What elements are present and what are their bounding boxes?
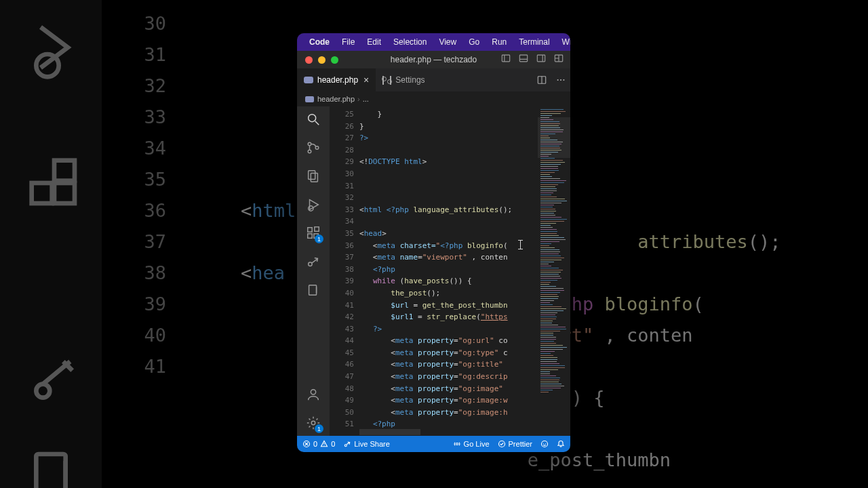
svg-point-0 (36, 54, 58, 77)
svg-point-20 (563, 79, 564, 81)
svg-rect-1 (32, 183, 52, 203)
status-problems[interactable]: 0 0 (302, 440, 335, 448)
line-number-gutter: 2526272829303132333435363738394041424344… (330, 106, 359, 436)
titlebar: header.php — techzado (297, 51, 570, 68)
status-prettier[interactable]: Prettier (498, 440, 532, 448)
window-zoom-button[interactable] (331, 56, 338, 64)
manage-gear-icon[interactable]: 1 (304, 414, 322, 432)
menu-file[interactable]: File (342, 37, 355, 47)
explorer-icon[interactable] (304, 167, 322, 185)
svg-rect-9 (519, 55, 527, 62)
menu-go[interactable]: Go (469, 37, 479, 47)
svg-point-49 (545, 443, 546, 444)
editor[interactable]: 2526272829303132333435363738394041424344… (330, 106, 570, 436)
svg-point-44 (345, 445, 347, 447)
toggle-panel-right-icon[interactable] (536, 54, 546, 66)
svg-rect-2 (54, 183, 75, 203)
settings-icon (382, 76, 391, 85)
svg-point-48 (543, 443, 544, 444)
editor-tabs: header.php × Settings (297, 68, 570, 92)
run-debug-icon[interactable] (304, 196, 322, 214)
notes-icon[interactable] (304, 281, 322, 299)
menu-view[interactable]: View (439, 37, 456, 47)
svg-point-21 (309, 115, 316, 122)
window-minimize-button[interactable] (318, 56, 326, 64)
manage-badge: 1 (315, 424, 323, 433)
window-close-button[interactable] (305, 56, 313, 64)
code-content[interactable]: }}?> <!DOCTYPE html> <html <?php languag… (359, 108, 538, 430)
svg-point-18 (557, 79, 559, 81)
svg-rect-35 (309, 285, 317, 296)
search-icon[interactable] (304, 110, 322, 128)
activity-bar: 1 1 (297, 106, 330, 436)
extensions-icon[interactable]: 1 (304, 224, 322, 242)
breadcrumb[interactable]: header.php › ... (297, 92, 570, 106)
svg-rect-5 (36, 454, 65, 488)
svg-point-45 (456, 443, 458, 445)
toggle-panel-bottom-icon[interactable] (519, 54, 528, 66)
tab-label: Settings (395, 75, 425, 85)
tab-header-php[interactable]: header.php × (297, 68, 376, 92)
menu-selection[interactable]: Selection (393, 37, 427, 47)
text-cursor-icon (517, 240, 525, 249)
menu-terminal[interactable]: Terminal (519, 37, 549, 47)
svg-point-47 (542, 441, 548, 447)
svg-rect-3 (54, 161, 75, 181)
svg-rect-26 (309, 171, 315, 180)
svg-rect-11 (537, 55, 545, 62)
extensions-badge: 1 (315, 235, 323, 243)
split-editor-icon[interactable] (532, 70, 551, 89)
svg-rect-27 (311, 173, 317, 182)
tab-label: header.php (317, 75, 358, 85)
live-share-icon[interactable] (304, 253, 322, 270)
svg-point-43 (324, 445, 325, 446)
crumb-rest: ... (363, 95, 369, 103)
tab-close-icon[interactable]: × (363, 75, 369, 85)
svg-point-37 (311, 390, 315, 394)
horizontal-scrollbar[interactable] (359, 429, 538, 436)
tab-settings[interactable]: Settings (376, 68, 431, 92)
svg-marker-28 (310, 200, 319, 210)
minimap[interactable] (538, 106, 570, 436)
php-file-icon (305, 96, 314, 102)
customize-layout-icon[interactable] (554, 54, 564, 66)
php-file-icon (304, 77, 313, 83)
svg-point-23 (308, 142, 311, 146)
svg-point-24 (308, 150, 311, 153)
vscode-window: CodeFileEditSelectionViewGoRunTerminalWi… (297, 33, 570, 452)
status-feedback-icon[interactable] (540, 440, 549, 448)
status-go-live[interactable]: Go Live (453, 440, 490, 448)
status-bell-icon[interactable] (557, 440, 565, 448)
svg-point-38 (311, 421, 315, 425)
accounts-icon[interactable] (304, 386, 322, 403)
status-live-share[interactable]: Live Share (343, 440, 390, 448)
svg-point-19 (560, 79, 561, 81)
crumb-file: header.php (317, 95, 355, 103)
svg-rect-30 (308, 228, 312, 232)
menu-code[interactable]: Code (309, 37, 330, 47)
menu-run[interactable]: Run (492, 37, 507, 47)
svg-rect-7 (502, 55, 509, 62)
svg-line-22 (315, 121, 319, 125)
svg-point-34 (309, 262, 313, 266)
more-actions-icon[interactable] (551, 70, 570, 89)
menu-edit[interactable]: Edit (367, 37, 381, 47)
menu-wi[interactable]: Wi (562, 37, 570, 47)
source-control-icon[interactable] (304, 139, 322, 157)
menubar: CodeFileEditSelectionViewGoRunTerminalWi (297, 33, 570, 51)
status-bar: 0 0 Live Share Go Live Prettier (297, 436, 570, 452)
svg-point-4 (36, 384, 50, 398)
svg-rect-31 (308, 234, 312, 238)
svg-rect-33 (315, 227, 319, 231)
toggle-panel-left-icon[interactable] (501, 54, 511, 66)
